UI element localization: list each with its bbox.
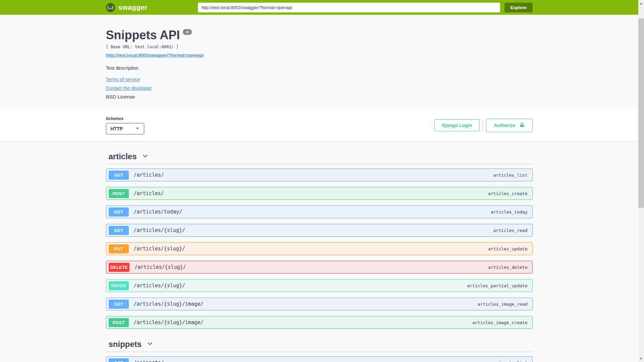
tag-title: snippets: [109, 340, 142, 349]
spec-url-input[interactable]: [198, 3, 500, 12]
chevron-down-icon: [135, 126, 140, 131]
method-badge: GET: [109, 226, 129, 235]
operation-id: articles_update: [488, 246, 527, 251]
chevron-down-icon: [146, 340, 154, 349]
spec-link[interactable]: http://test.local:8002/swagger/?format=o…: [106, 53, 204, 58]
swagger-logo-icon: {…}: [106, 3, 115, 12]
django-login-label: Django Login: [442, 123, 472, 128]
operation-path: /articles/{slug}/: [135, 264, 186, 270]
operation-row[interactable]: GET /articles/{slug}/image/ articles_ima…: [106, 298, 533, 310]
operation-row[interactable]: PATCH /articles/{slug}/ articles_partial…: [106, 279, 533, 292]
version-badge: v1: [183, 29, 192, 35]
operation-id: articles_image_read: [478, 302, 528, 307]
operation-path: /articles/{slug}/image/: [134, 301, 204, 307]
method-badge: GET: [109, 171, 129, 180]
method-badge: PUT: [109, 244, 129, 253]
operation-id: articles_delete: [488, 265, 527, 270]
operation-path: /articles/{slug}/: [134, 227, 185, 233]
operation-id: articles_today: [491, 209, 528, 215]
operation-id: articles_read: [493, 228, 528, 233]
operation-path: /articles/{slug}/: [134, 246, 185, 252]
method-badge: GET: [109, 358, 129, 362]
operation-row[interactable]: GET /articles/{slug}/ articles_read: [106, 224, 533, 237]
operation-row[interactable]: POST /articles/{slug}/image/ articles_im…: [106, 316, 533, 329]
operation-path: /articles/{slug}/: [134, 283, 185, 289]
operation-row[interactable]: PUT /articles/{slug}/ articles_update: [106, 242, 533, 255]
tag-title: articles: [109, 152, 137, 161]
swagger-ui-page: {…} swagger Explore Snippets API v1 [ Ba…: [0, 0, 644, 362]
swagger-logo: {…} swagger: [106, 3, 198, 12]
brand-title: swagger: [118, 3, 148, 11]
operation-id: snippets_list: [493, 360, 528, 362]
base-url-text: [ Base URL: test.local:8002/ ]: [106, 45, 533, 49]
license-text: BSD License: [106, 94, 533, 100]
operation-row[interactable]: GET /articles/today/ articles_today: [106, 205, 533, 218]
contact-developer-link[interactable]: Contact the developer: [106, 85, 152, 91]
operation-id: articles_create: [488, 191, 527, 196]
operation-id: articles_partial_update: [467, 283, 527, 288]
django-login-button[interactable]: Django Login: [434, 119, 480, 131]
scrollbar-down-button[interactable]: ▼: [638, 355, 644, 362]
info-section: Snippets API v1 [ Base URL: test.local:8…: [106, 15, 533, 100]
method-badge: POST: [109, 318, 129, 327]
chevron-down-icon: [142, 152, 149, 161]
operation-row[interactable]: DELETE /articles/{slug}/ articles_delete: [106, 261, 533, 274]
unlock-icon: [519, 122, 525, 129]
operations-list: GET /snippets/ snippets_list: [106, 356, 533, 362]
operation-row[interactable]: GET /snippets/ snippets_list: [106, 356, 533, 362]
topbar: {…} swagger Explore: [0, 0, 638, 15]
method-badge: DELETE: [109, 263, 129, 272]
authorize-button[interactable]: Authorize: [486, 119, 533, 132]
operation-path: /snippets/: [134, 360, 164, 362]
operation-row[interactable]: POST /articles/ articles_create: [106, 187, 533, 200]
scheme-select[interactable]: HTTP: [106, 123, 144, 134]
schemes-block: Schemes HTTP: [106, 116, 144, 134]
operation-path: /articles/today/: [134, 209, 182, 215]
operation-path: /articles/{slug}/image/: [134, 319, 204, 325]
explore-button[interactable]: Explore: [504, 3, 533, 12]
operation-path: /articles/: [134, 172, 164, 178]
explore-form: Explore: [198, 3, 533, 12]
operation-id: articles_list: [493, 173, 528, 178]
auth-divider: [483, 120, 483, 131]
method-badge: GET: [109, 300, 129, 309]
api-title-text: Snippets API: [106, 28, 180, 42]
api-description: Test description: [106, 65, 533, 71]
api-tag-section: articles GET /articles/ articles_list PO…: [106, 152, 533, 329]
operations-list: GET /articles/ articles_list POST /artic…: [106, 169, 533, 329]
terms-of-service-link[interactable]: Terms of service: [106, 77, 140, 82]
scheme-container: Schemes HTTP Django Login Authorize: [0, 110, 638, 141]
tag-divider: [106, 352, 533, 352]
api-tag-section: snippets GET /snippets/ snippets_list: [106, 340, 533, 362]
tag-divider: [106, 164, 533, 164]
method-badge: GET: [109, 207, 129, 217]
scheme-selected-value: HTTP: [111, 126, 123, 131]
tag-header[interactable]: snippets: [106, 340, 533, 349]
operation-path: /articles/: [134, 190, 164, 196]
schemes-label: Schemes: [106, 116, 144, 121]
page-title: Snippets API v1: [106, 28, 533, 42]
auth-block: Django Login Authorize: [434, 119, 533, 132]
vertical-scrollbar[interactable]: ▲ ▼: [638, 0, 644, 362]
operation-id: articles_image_create: [472, 320, 527, 325]
operation-row[interactable]: GET /articles/ articles_list: [106, 169, 533, 181]
method-badge: PATCH: [109, 281, 129, 290]
scrollbar-thumb[interactable]: [638, 18, 644, 208]
tag-header[interactable]: articles: [106, 152, 533, 161]
authorize-label: Authorize: [494, 123, 516, 128]
api-sections: articles GET /articles/ articles_list PO…: [106, 152, 533, 362]
method-badge: POST: [109, 189, 129, 198]
scrollbar-up-button[interactable]: ▲: [638, 0, 644, 7]
